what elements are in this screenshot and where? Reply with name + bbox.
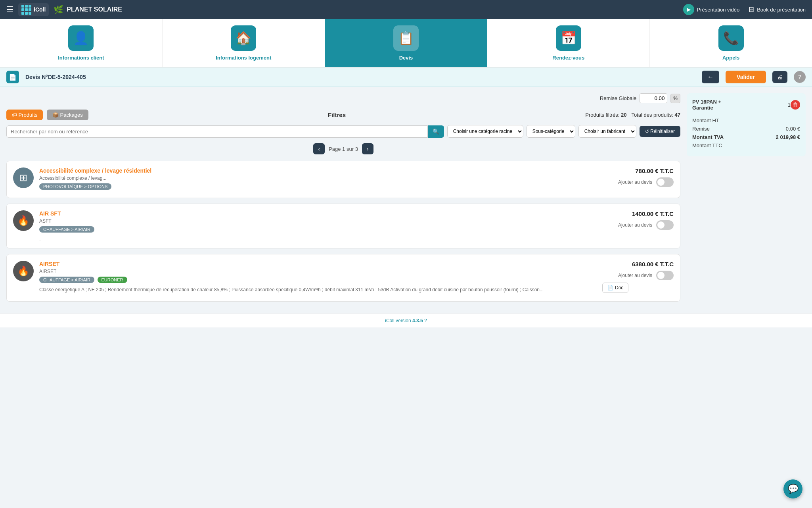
product-tag-1-0: PHOTOVOLTAÏQUE > OPTIONS [39,183,111,190]
search-button[interactable]: 🔍 [428,125,444,138]
manufacturer-select[interactable]: Choisir un fabricant [578,125,636,138]
product-tag-3-1: EURONER [98,277,127,283]
toggle-1[interactable] [656,177,674,187]
product-right-1: 780.00 € T.T.C Ajouter au devis [602,167,674,189]
product-package-btns: 🏷 Produits 📦 Packages [6,110,88,120]
product-icon-1: ⊞ [13,167,34,188]
remise-pct-label: % [670,94,680,103]
product-price-3: 6380.00 € T.T.C [602,261,674,267]
rp-remise-label: Remise [692,126,710,132]
tab-info-logement[interactable]: 🏠 Informations logement [163,19,325,67]
back-button[interactable]: ← [702,71,719,83]
rp-montant-tva-row: Montant TVA 2 019,98 € [692,134,800,140]
product-top-1: ⊞ Accessibilité complexe / levage réside… [13,167,674,191]
subcategory-select[interactable]: Sous-catégorie [527,125,575,138]
product-name-2[interactable]: AIR SFT [39,210,597,217]
devis-icon: 📄 [6,71,19,83]
product-price-1: 780.00 € T.T.C [602,167,674,174]
rp-product-item: PV 16PAN + Garantie 1 🗑 [692,99,800,111]
footer-help-icon[interactable]: ? [424,318,427,323]
main-content: Remise Globale % 🏷 Produits 📦 Packages F… [0,87,812,314]
next-page-button[interactable]: › [362,143,373,154]
topnav-right: ▶ Présentation vidéo 🖥 Book de présentat… [683,4,806,15]
footer-version: 4.3.5 [412,318,423,323]
right-panel: PV 16PAN + Garantie 1 🗑 Montant HT Remis… [687,93,806,156]
product-tag-2-0: CHAUFFAGE > AIR/AIR [39,226,94,233]
add-label-1: Ajouter au devis [618,179,652,185]
logo-box: iColl [18,3,49,16]
book-presentation-btn[interactable]: 🖥 Book de présentation [747,6,806,14]
valider-button[interactable]: Valider [726,71,766,83]
product-name-1[interactable]: Accessibilité complexe / levage résident… [39,167,597,174]
rp-montant-tva-label: Montant TVA [692,134,724,140]
product-desc-3: AIRSET [39,269,597,274]
prev-page-button[interactable]: ‹ [313,143,325,154]
help-button[interactable]: ? [794,71,806,83]
leaf-icon: 🌿 [54,5,63,14]
rp-montant-ht-label: Montant HT [692,117,719,123]
add-label-2: Ajouter au devis [618,222,652,228]
product-desc-2: ASFT [39,218,597,224]
product-top-2: 🔥 AIR SFT ASFT CHAUFFAGE > AIR/AIR . 140… [13,210,674,242]
produits-filtres-count: Produits filtrés: 20 [585,112,626,118]
left-panel: Remise Globale % 🏷 Produits 📦 Packages F… [6,93,680,307]
product-icon-2: 🔥 [13,210,34,231]
toggle-3[interactable] [656,271,674,280]
tab-rdv[interactable]: 📅 Rendez-vous [487,19,650,67]
rp-qty: 1 [788,102,791,108]
product-name-3[interactable]: AIRSET [39,261,597,267]
remise-globale-input[interactable] [640,93,667,103]
produits-button[interactable]: 🏷 Produits [6,110,43,120]
remise-globale-label: Remise Globale [600,95,637,101]
tab-info-client[interactable]: 👤 Informations client [0,19,163,67]
logo-text: iColl [34,6,46,13]
packages-button[interactable]: 📦 Packages [47,110,88,120]
search-input[interactable] [6,125,428,138]
rp-montant-tva-value: 2 019,98 € [776,134,800,140]
presentation-video-btn[interactable]: ▶ Présentation vidéo [683,4,739,15]
filtres-title: Filtres [328,112,346,118]
add-row-2: Ajouter au devis [602,220,674,230]
add-label-3: Ajouter au devis [618,273,652,278]
rp-delete-button[interactable]: 🗑 [791,100,800,110]
devis-title: Devis N°DE-5-2024-405 [25,74,695,80]
topnav: ☰ iColl 🌿 PLANET SOLAIRE ▶ Présentation … [0,0,812,19]
page-text: Page 1 sur 3 [329,146,358,152]
print-button[interactable]: 🖨 [772,71,787,83]
product-card-3: 🔥 AIRSET AIRSET CHAUFFAGE > AIR/AIR EURO… [6,254,680,302]
tab-label-info-client: Informations client [58,55,104,61]
product-dot-2: . [39,236,597,242]
product-price-2: 1400.00 € T.T.C [602,210,674,217]
presentation-video-label: Présentation vidéo [697,7,739,13]
logo-grid-icon [21,5,31,15]
product-tag-3-0: CHAUFFAGE > AIR/AIR [39,277,94,283]
toggle-2[interactable] [656,220,674,230]
rp-product-name: PV 16PAN + Garantie [692,99,788,111]
hamburger-icon[interactable]: ☰ [6,5,13,14]
category-select[interactable]: Choisir une catégorie racine [447,125,523,138]
footer-bar: iColl version 4.3.5 ? [0,314,812,327]
tab-label-appels: Appels [722,55,739,61]
add-row-3: Ajouter au devis [602,271,674,280]
filtres-counts: Produits filtrés: 20 Total des produits:… [585,112,680,118]
play-icon: ▶ [683,4,694,15]
product-right-2: 1400.00 € T.T.C Ajouter au devis [602,210,674,232]
remise-globale-row: Remise Globale % [6,93,680,103]
tab-devis[interactable]: 📋 Devis [325,19,488,67]
rp-montant-ttc-row: Montant TTC [692,142,800,148]
brand-name: PLANET SOLAIRE [67,6,122,13]
reinit-button[interactable]: ↺ Réinitialiser [640,126,680,137]
tab-label-rdv: Rendez-vous [552,55,584,61]
total-produits-count: Total des produits: 47 [631,112,680,118]
tab-icon-devis: 📋 [393,25,419,51]
footer-text: iColl version [385,318,411,323]
tabs-row: 👤 Informations client 🏠 Informations log… [0,19,812,67]
product-card-1: ⊞ Accessibilité complexe / levage réside… [6,161,680,198]
product-top-3: 🔥 AIRSET AIRSET CHAUFFAGE > AIR/AIR EURO… [13,261,674,295]
topnav-left: ☰ iColl 🌿 PLANET SOLAIRE [6,3,122,16]
tab-appels[interactable]: 📞 Appels [650,19,812,67]
doc-button-3[interactable]: 📄 Doc [602,283,628,293]
rp-remise-row: Remise 0,00 € [692,126,800,132]
search-input-wrap: 🔍 [6,125,444,138]
tab-icon-appels: 📞 [718,25,744,51]
